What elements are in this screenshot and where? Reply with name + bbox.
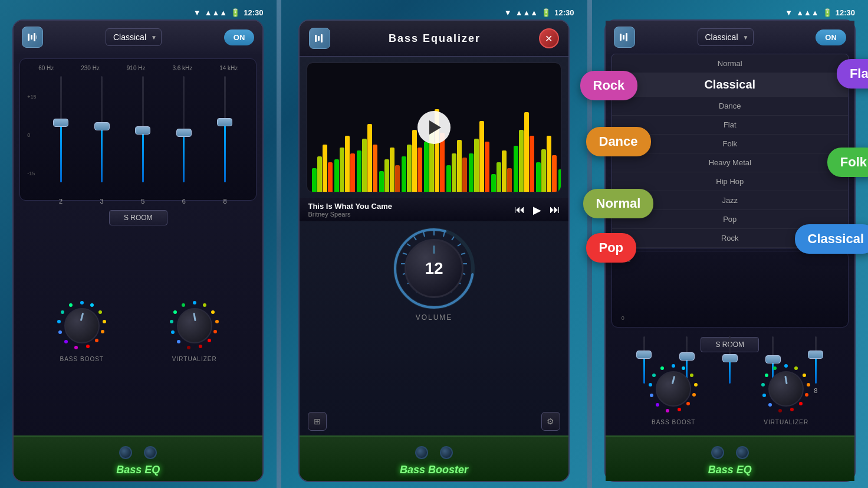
left-slider-rail-4 xyxy=(183,76,185,182)
eq-bar xyxy=(497,162,501,192)
eq-bar xyxy=(457,140,462,192)
prev-btn[interactable]: ⏮ xyxy=(514,204,525,216)
player-controls: ⏮ ▶ ⏭ xyxy=(514,204,560,217)
svg-point-60 xyxy=(686,402,690,405)
eq-bar xyxy=(479,121,484,192)
svg-point-19 xyxy=(211,310,215,314)
right-eq-icon-btn[interactable] xyxy=(614,27,635,48)
left-s-room-btn[interactable]: S ROOM xyxy=(109,210,167,225)
right-slider-rail-3 xyxy=(729,336,731,384)
dropdown-item-hiphop[interactable]: Hip Hop xyxy=(612,172,848,191)
left-toggle-btn[interactable]: ON xyxy=(224,30,255,45)
right-connectors xyxy=(606,441,854,464)
svg-point-6 xyxy=(98,310,102,314)
eq-bar xyxy=(357,150,361,192)
eq-bar xyxy=(350,153,355,192)
dropdown-item-heavymetal[interactable]: Heavy Metal xyxy=(612,153,848,172)
eq-bar xyxy=(412,130,417,192)
dialog-footer-left-btn[interactable]: ⊞ xyxy=(308,412,327,431)
middle-phone-panel: ▼ ▲▲▲ 🔋 12:30 Bass Equalizer ✕ xyxy=(281,0,587,488)
left-bass-boost-knob[interactable] xyxy=(55,299,108,352)
svg-point-25 xyxy=(177,340,180,343)
left-time: 12:30 xyxy=(244,8,263,17)
right-toggle-btn[interactable]: ON xyxy=(816,30,846,45)
eq-bar xyxy=(530,136,534,192)
left-slider-rail-2 xyxy=(101,76,103,182)
volume-knob-body: 12 xyxy=(405,239,463,298)
middle-connector-2 xyxy=(440,446,453,459)
eq-bar xyxy=(379,171,384,192)
svg-point-66 xyxy=(652,374,656,377)
svg-point-75 xyxy=(778,409,782,412)
svg-point-10 xyxy=(86,345,90,348)
volume-value: 12 xyxy=(425,259,443,278)
preset-rock-label[interactable]: Rock xyxy=(580,71,638,100)
right-connector-1 xyxy=(711,446,724,459)
svg-point-70 xyxy=(803,374,806,377)
svg-point-20 xyxy=(215,320,219,323)
next-btn[interactable]: ⏭ xyxy=(550,204,560,216)
middle-status-bar: ▼ ▲▲▲ 🔋 12:30 xyxy=(287,6,581,19)
right-slider-3[interactable] xyxy=(722,336,738,384)
eq-bar xyxy=(558,169,561,192)
dropdown-item-dance[interactable]: Dance xyxy=(612,97,848,116)
left-device-frame: Classical ▼ ON 60 Hz 230 Hz 910 Hz 3.6 k… xyxy=(12,19,264,482)
visualizer-area xyxy=(307,63,561,192)
left-preset-dropdown-wrapper[interactable]: Classical ▼ xyxy=(106,28,162,46)
bar-group-9 xyxy=(491,150,512,192)
svg-point-22 xyxy=(208,339,211,342)
eq-bar xyxy=(417,148,422,192)
preset-folk-label[interactable]: Folk xyxy=(827,148,868,177)
middle-battery-icon: 🔋 xyxy=(541,8,551,17)
right-eq-header: Classical ▼ ON xyxy=(606,21,854,54)
preset-flat-label[interactable]: Flat xyxy=(837,59,868,89)
svg-point-17 xyxy=(193,301,196,304)
preset-pop-label[interactable]: Pop xyxy=(586,233,637,263)
svg-line-47 xyxy=(403,253,407,254)
eq-bar xyxy=(514,146,518,192)
svg-point-23 xyxy=(199,345,202,348)
eq-bar xyxy=(362,139,367,192)
play-btn[interactable]: ▶ xyxy=(533,204,541,217)
left-preset-select[interactable]: Classical xyxy=(106,28,162,46)
left-bass-boost-section: BASS BOOST xyxy=(55,299,108,362)
left-bass-boost-label: BASS BOOST xyxy=(60,356,104,362)
bar-group-10 xyxy=(514,112,534,192)
left-slider-5[interactable]: 8 xyxy=(216,76,233,194)
left-slider-2[interactable]: 3 xyxy=(94,76,110,194)
svg-rect-54 xyxy=(626,33,627,41)
svg-point-62 xyxy=(666,409,669,412)
dropdown-item-normal[interactable]: Normal xyxy=(612,54,848,73)
eq-bar xyxy=(552,155,557,192)
svg-rect-2 xyxy=(34,33,35,41)
eq-bar xyxy=(312,168,317,192)
play-button[interactable] xyxy=(417,111,451,144)
dialog-footer: ⊞ ⚙ xyxy=(300,407,568,435)
svg-rect-53 xyxy=(623,35,624,40)
left-slider-1[interactable]: 2 xyxy=(52,76,69,194)
preset-dance-label[interactable]: Dance xyxy=(586,127,651,156)
left-virtualizer-knob[interactable] xyxy=(168,299,221,352)
right-bass-boost-knob[interactable] xyxy=(647,362,700,415)
right-preset-select[interactable]: Classical xyxy=(698,28,754,46)
dialog-settings-btn[interactable] xyxy=(309,28,330,49)
dialog-footer-right-btn[interactable]: ⚙ xyxy=(541,412,560,431)
svg-point-59 xyxy=(692,393,696,397)
left-eq-icon-btn[interactable] xyxy=(22,27,43,48)
left-slider-4[interactable]: 6 xyxy=(176,76,192,194)
right-preset-dropdown-wrapper[interactable]: Classical ▼ xyxy=(698,28,754,46)
dialog-close-btn[interactable]: ✕ xyxy=(539,28,559,48)
bar-group-12 xyxy=(558,146,561,192)
left-app-label: Bass EQ xyxy=(116,464,160,476)
preset-normal-label[interactable]: Normal xyxy=(583,189,654,218)
left-slider-3[interactable]: 5 xyxy=(134,76,151,194)
svg-line-37 xyxy=(452,237,454,240)
volume-knob[interactable]: 12 xyxy=(393,227,475,310)
preset-classical-label[interactable]: Classical xyxy=(795,224,868,254)
eq-bar xyxy=(395,165,400,192)
right-virtualizer-knob[interactable] xyxy=(760,362,813,415)
left-sliders-container: 2 3 xyxy=(34,76,251,194)
dialog-header: Bass Equalizer ✕ xyxy=(300,21,568,57)
dropdown-item-classical-selected[interactable]: Classical xyxy=(612,73,848,97)
right-equalizer-icon xyxy=(619,31,630,43)
